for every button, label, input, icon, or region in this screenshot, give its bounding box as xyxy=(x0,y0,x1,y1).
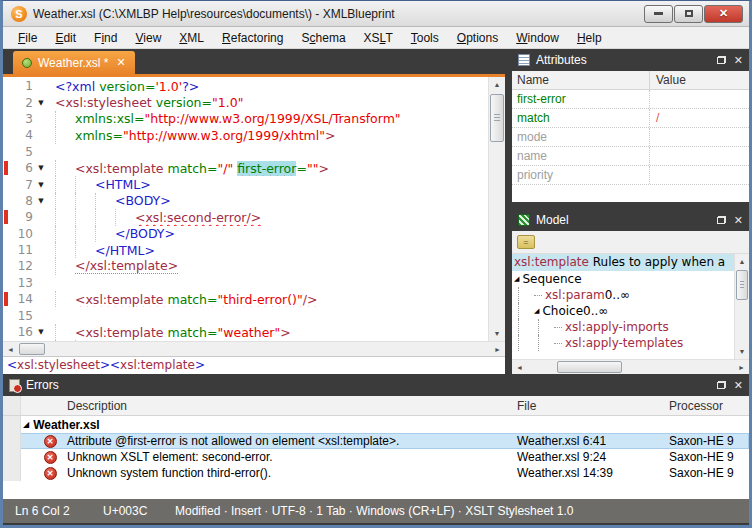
model-selected-element[interactable]: xsl:template Rules to apply when a xyxy=(512,254,734,271)
code-line-15[interactable]: 15 xyxy=(3,307,488,323)
float-panel-icon[interactable] xyxy=(717,56,726,64)
menu-xslt[interactable]: XSLT xyxy=(355,28,402,48)
breadcrumb-segment[interactable]: xsl:stylesheet xyxy=(17,358,100,372)
editor-hscroll-thumb[interactable] xyxy=(19,343,45,355)
attribute-value[interactable] xyxy=(649,90,749,108)
scroll-down-icon[interactable]: ▼ xyxy=(489,326,505,341)
menu-tools[interactable]: Tools xyxy=(402,28,448,48)
model-tree[interactable]: xsl:template Rules to apply when a◢Seque… xyxy=(512,254,749,359)
column-header-description[interactable]: Description xyxy=(65,399,517,413)
menu-edit[interactable]: Edit xyxy=(46,28,85,48)
attribute-value[interactable] xyxy=(649,166,749,184)
minimize-button[interactable] xyxy=(644,5,673,23)
fold-toggle-icon[interactable]: ▼ xyxy=(33,197,49,205)
breadcrumb-segment[interactable]: > xyxy=(195,358,205,372)
attribute-value[interactable]: / xyxy=(649,109,749,127)
code-line-7[interactable]: 7▼<HTML> xyxy=(3,176,488,192)
menu-refactoring[interactable]: Refactoring xyxy=(213,28,292,48)
attribute-value[interactable] xyxy=(649,128,749,146)
model-tree-node[interactable]: xsl:apply-templates xyxy=(512,335,734,351)
menu-options[interactable]: Options xyxy=(448,28,507,48)
model-tree-node[interactable]: xsl:param 0..∞ xyxy=(512,287,734,303)
attribute-row-name[interactable]: name xyxy=(512,147,749,166)
column-header-processor[interactable]: Processor xyxy=(669,399,749,413)
code-line-12[interactable]: 12</xsl:template> xyxy=(3,258,488,274)
tree-expand-icon[interactable]: ◢ xyxy=(514,275,519,283)
menu-help[interactable]: Help xyxy=(568,28,611,48)
scroll-down-icon[interactable]: ▼ xyxy=(735,344,749,359)
code-line-3[interactable]: 3xmlns:xsl="http://www.w3.org/1999/XSL/T… xyxy=(3,111,488,127)
scroll-up-icon[interactable]: ▲ xyxy=(735,254,749,269)
tab-close-icon[interactable]: ✕ xyxy=(116,56,125,69)
error-row[interactable]: ✕Attribute @first-error is not allowed o… xyxy=(3,433,749,449)
close-panel-icon[interactable]: ✕ xyxy=(734,55,743,66)
model-horizontal-scrollbar[interactable]: ◄ ► xyxy=(512,359,749,374)
code-line-6[interactable]: 6▼<xsl:template match="/" first-error=""… xyxy=(3,160,488,176)
group-expand-icon[interactable]: ◢ xyxy=(23,420,29,429)
code-line-10[interactable]: 10</BODY> xyxy=(3,226,488,242)
fold-toggle-icon[interactable]: ▼ xyxy=(33,99,49,107)
menu-find[interactable]: Find xyxy=(85,28,126,48)
model-tree-node[interactable]: xsl:apply-imports xyxy=(512,319,734,335)
scroll-left-icon[interactable]: ◄ xyxy=(3,342,18,357)
code-line-2[interactable]: 2▼<xsl:stylesheet version="1.0" xyxy=(3,94,488,110)
scroll-right-icon[interactable]: ► xyxy=(490,342,505,357)
maximize-button[interactable] xyxy=(674,5,703,23)
attribute-row-first-error[interactable]: first-error xyxy=(512,90,749,109)
error-row[interactable]: ✕Unknown XSLT element: second-error.Weat… xyxy=(3,449,749,465)
code-line-5[interactable]: 5 xyxy=(3,144,488,160)
float-panel-icon[interactable] xyxy=(717,381,726,389)
model-hscroll-thumb[interactable] xyxy=(557,361,622,373)
code-line-8[interactable]: 8▼<BODY> xyxy=(3,193,488,209)
code-line-11[interactable]: 11</HTML> xyxy=(3,242,488,258)
menu-schema[interactable]: Schema xyxy=(292,28,354,48)
breadcrumb-segment[interactable]: < xyxy=(110,358,120,372)
code-line-14[interactable]: 14<xsl:template match="third-error()"/> xyxy=(3,291,488,307)
tab-weather-xsl[interactable]: Weather.xsl * ✕ xyxy=(13,51,135,74)
model-vertical-scrollbar[interactable]: ▲ ▼ xyxy=(734,254,749,359)
attribute-row-match[interactable]: match/ xyxy=(512,109,749,128)
column-header-name[interactable]: Name xyxy=(512,71,649,89)
column-header-value[interactable]: Value xyxy=(649,71,749,89)
menu-file[interactable]: File xyxy=(9,28,46,48)
fold-toggle-icon[interactable]: ▼ xyxy=(33,164,49,172)
breadcrumb-segment[interactable]: xsl:template xyxy=(120,358,195,372)
model-vscroll-thumb[interactable] xyxy=(736,270,748,300)
code-line-13[interactable]: 13 xyxy=(3,275,488,291)
code-editor[interactable]: 1<?xml version='1.0'?>2▼<xsl:stylesheet … xyxy=(3,77,505,341)
close-panel-icon[interactable]: ✕ xyxy=(734,380,743,391)
model-element-button[interactable]: = xyxy=(517,235,535,249)
menu-xml[interactable]: XML xyxy=(170,28,213,48)
vertical-splitter[interactable] xyxy=(505,49,512,374)
editor-vscroll-thumb[interactable] xyxy=(490,94,504,142)
tree-expand-icon[interactable]: ◢ xyxy=(534,307,539,315)
close-button[interactable]: ✕ xyxy=(704,5,743,23)
code-area[interactable]: 1<?xml version='1.0'?>2▼<xsl:stylesheet … xyxy=(3,78,488,341)
float-panel-icon[interactable] xyxy=(717,216,726,224)
column-header-file[interactable]: File xyxy=(517,399,669,413)
menu-window[interactable]: Window xyxy=(507,28,568,48)
code-line-4[interactable]: 4xmlns="http://www.w3.org/1999/xhtml"> xyxy=(3,127,488,143)
attribute-value[interactable] xyxy=(649,147,749,165)
breadcrumb-segment[interactable]: < xyxy=(7,358,17,372)
attribute-row-priority[interactable]: priority xyxy=(512,166,749,185)
code-line-1[interactable]: 1<?xml version='1.0'?> xyxy=(3,78,488,94)
editor-horizontal-scrollbar[interactable]: ◄ ► xyxy=(3,341,505,356)
menu-view[interactable]: View xyxy=(126,28,170,48)
model-tree-node[interactable]: ◢Choice 0..∞ xyxy=(512,303,734,319)
breadcrumb[interactable]: <xsl:stylesheet><xsl:template> xyxy=(3,356,505,374)
fold-toggle-icon[interactable]: ▼ xyxy=(33,181,49,189)
code-line-16[interactable]: 16▼<xsl:template match="weather"> xyxy=(3,324,488,340)
scroll-up-icon[interactable]: ▲ xyxy=(489,77,505,92)
model-tree-node[interactable]: ◢Sequence xyxy=(512,271,734,287)
editor-vertical-scrollbar[interactable]: ▲ ▼ xyxy=(488,77,505,341)
close-panel-icon[interactable]: ✕ xyxy=(734,215,743,226)
error-row[interactable]: ✕Unknown system function third-error().W… xyxy=(3,465,749,481)
scroll-left-icon[interactable]: ◄ xyxy=(512,360,527,375)
fold-toggle-icon[interactable]: ▼ xyxy=(33,328,49,336)
scroll-right-icon[interactable]: ► xyxy=(734,360,749,375)
attribute-row-mode[interactable]: mode xyxy=(512,128,749,147)
breadcrumb-segment[interactable]: > xyxy=(100,358,110,372)
code-line-9[interactable]: 9<xsl:second-error/> xyxy=(3,209,488,225)
errors-group-row[interactable]: ◢Weather.xsl xyxy=(3,416,749,433)
